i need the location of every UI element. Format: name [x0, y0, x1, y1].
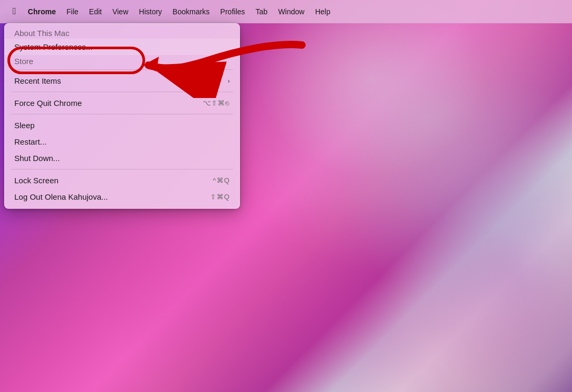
system-preferences-item[interactable]: System Preferences... [5, 39, 239, 55]
about-this-mac-item[interactable]: About This Mac [5, 27, 239, 39]
sleep-item[interactable]: Sleep [5, 117, 239, 133]
menubar-bookmarks[interactable]: Bookmarks [167, 0, 215, 23]
logout-item[interactable]: Log Out Olena Kahujova... ⇧⌘Q [5, 189, 239, 205]
menubar-history[interactable]: History [133, 0, 167, 23]
submenu-arrow-icon: › [228, 77, 230, 85]
restart-item[interactable]: Restart... [5, 133, 239, 150]
menubar-view[interactable]: View [107, 0, 133, 23]
lock-screen-item[interactable]: Lock Screen ^⌘Q [5, 172, 239, 189]
separator-2 [11, 92, 233, 92]
separator-4 [11, 169, 233, 170]
menubar-tab[interactable]: Tab [251, 0, 273, 23]
lock-screen-shortcut: ^⌘Q [213, 176, 230, 184]
separator-3 [11, 114, 233, 114]
force-quit-item[interactable]: Force Quit Chrome ⌥⇧⌘⎋ [5, 95, 239, 111]
apple-menu-trigger[interactable]:  [6, 0, 23, 23]
menubar-window[interactable]: Window [273, 0, 310, 23]
menubar-file[interactable]: File [61, 0, 84, 23]
recent-items-item[interactable]: Recent Items › [5, 73, 239, 89]
menubar-edit[interactable]: Edit [84, 0, 107, 23]
shut-down-item[interactable]: Shut Down... [5, 150, 239, 166]
store-item[interactable]: Store [5, 55, 239, 67]
force-quit-shortcut: ⌥⇧⌘⎋ [203, 99, 230, 107]
apple-icon:  [13, 6, 16, 17]
menubar-help[interactable]: Help [310, 0, 336, 23]
logout-shortcut: ⇧⌘Q [210, 193, 230, 201]
apple-dropdown-menu: About This Mac System Preferences... Sto… [4, 23, 240, 209]
menubar-profiles[interactable]: Profiles [215, 0, 251, 23]
separator-1 [11, 69, 233, 70]
menubar-chrome[interactable]: Chrome [23, 0, 61, 23]
menubar:  Chrome File Edit View History Bookmark… [0, 0, 572, 23]
